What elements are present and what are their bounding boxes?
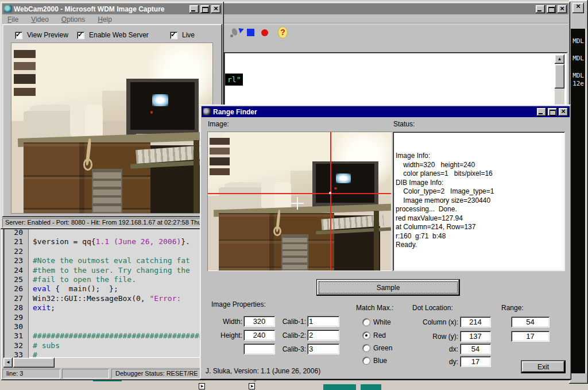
code-text: exit;	[29, 303, 55, 312]
menu-file[interactable]: File	[7, 16, 18, 24]
status-box: Image Info: width=320 height=240 color p…	[393, 132, 565, 271]
close-button[interactable]	[558, 5, 567, 13]
title-bar[interactable]: WebCam2000 - Microsoft WDM Image Capture	[2, 3, 222, 14]
desktop: ➤ ✓ ➤ MDL MDL MDL 12e ?	[0, 0, 588, 390]
maximize-button[interactable]	[200, 5, 210, 13]
extra-field[interactable]	[243, 343, 275, 354]
status-line: at Column=214, Row=137	[396, 223, 564, 232]
checkbox-box[interactable]	[77, 32, 84, 39]
column-x-field[interactable]	[460, 316, 491, 327]
stop-icon[interactable]	[247, 29, 254, 36]
radio-green[interactable]	[363, 345, 370, 352]
checkbox-box[interactable]	[15, 32, 22, 39]
radio-green-label[interactable]: Green	[373, 344, 392, 352]
line-number: 31	[5, 331, 29, 341]
status-line: color planes=1 bits/pixel=16	[396, 169, 564, 179]
window-title: Range Finder	[213, 108, 535, 116]
server-status-bar: Server: Enabled - Port: 8080 - Hit: From…	[2, 218, 222, 227]
calib2-label: Calib-2:	[272, 331, 306, 339]
range-field-1[interactable]	[511, 316, 550, 327]
checkbox-live[interactable]: Live	[170, 31, 195, 39]
image-properties-label: Image Properties:	[211, 300, 266, 308]
range-field-2[interactable]	[511, 331, 550, 342]
radio-red[interactable]	[363, 332, 370, 339]
menu-options[interactable]: Options	[61, 16, 85, 24]
line-number: 27	[5, 294, 29, 303]
console-line: MDL	[571, 55, 585, 63]
dy-field[interactable]	[460, 356, 491, 367]
line-number: 21	[5, 237, 29, 246]
credit-label: J. Sluka, Version: 1.1 (June 26, 2006)	[206, 367, 320, 375]
height-field[interactable]	[243, 330, 275, 341]
minimize-button[interactable]	[536, 5, 545, 13]
sample-button[interactable]: Sample	[316, 279, 460, 296]
line-number: 25	[5, 275, 29, 284]
width-field[interactable]	[243, 316, 275, 327]
status-line: Color_type=2 Image_type=1	[396, 187, 564, 196]
record-icon[interactable]	[261, 29, 268, 36]
range-image-frame	[207, 132, 392, 271]
title-bar[interactable]: Range Finder	[202, 106, 570, 117]
row-y-field[interactable]	[460, 331, 491, 342]
client-panel: View Preview Enable Web Server Live	[2, 24, 222, 217]
maximize-button[interactable]	[548, 108, 557, 116]
exit-button[interactable]: Exit	[521, 360, 566, 373]
menu-video[interactable]: Video	[31, 16, 48, 24]
radio-white[interactable]	[363, 319, 370, 326]
close-button[interactable]	[559, 108, 568, 116]
scrollbar-thumb[interactable]	[13, 358, 55, 368]
checkbox-enable-web-server[interactable]: Enable Web Server	[77, 31, 149, 39]
crosshair-horizontal	[208, 193, 391, 194]
dx-field[interactable]	[460, 343, 491, 354]
status-line: r:160 g:71 b:48	[396, 232, 564, 241]
code-text: Win32::GUI::MessageBox(0, "Error:	[29, 294, 185, 303]
status-line: Image memory size=230440	[396, 196, 564, 206]
range-image[interactable]	[208, 132, 391, 271]
dx-label: dx:	[401, 345, 458, 353]
menu-help[interactable]: Help	[98, 16, 112, 24]
checkbox-view-preview[interactable]: View Preview	[15, 31, 68, 39]
radio-red-label[interactable]: Red	[373, 331, 386, 339]
desktop-icon-label[interactable]	[323, 384, 356, 390]
status-line: red maxValue=127.94	[396, 214, 564, 223]
checkbox-label: Live	[182, 31, 195, 39]
shortcut-arrow-icon: ➤	[199, 383, 205, 389]
scroll-up-button[interactable]: ▲	[555, 55, 564, 64]
range-finder-window: Range Finder Image: Status:	[200, 105, 571, 380]
close-button[interactable]	[211, 5, 220, 13]
scroll-left-button[interactable]: ◄	[3, 358, 13, 368]
code-text: $version = qq{1.1 (June 26, 2006)}.	[29, 237, 190, 246]
code-text: eval { main(); };	[29, 284, 118, 294]
cursor-cross-icon	[291, 203, 304, 204]
status-line: Image Info:	[396, 152, 564, 161]
code-text	[29, 322, 33, 331]
close-button[interactable]	[572, 3, 584, 13]
minimize-button[interactable]	[189, 5, 199, 13]
status-line: Ready.	[396, 241, 564, 250]
shortcut-arrow-icon: ➤	[249, 383, 255, 389]
line-number: 24	[5, 266, 29, 275]
help-icon[interactable]: ?	[278, 26, 288, 38]
calib2-field[interactable]	[307, 330, 339, 341]
code-text: ########################################…	[29, 331, 217, 341]
maximize-button[interactable]	[547, 5, 556, 13]
calib3-field[interactable]	[307, 343, 339, 354]
line-number: 26	[5, 284, 29, 294]
code-text: #Note the outmost eval catching fat	[29, 256, 190, 265]
code-text: #	[29, 350, 37, 358]
radio-blue[interactable]	[363, 357, 370, 364]
checkbox-box[interactable]	[170, 32, 177, 39]
checkbox-label: Enable Web Server	[89, 31, 149, 39]
calib1-field[interactable]	[307, 316, 339, 327]
step-icon[interactable]	[230, 26, 243, 40]
window-title: WebCam2000 - Microsoft WDM Image Capture	[14, 5, 188, 13]
range-finder-icon	[203, 108, 211, 115]
scrollbar-thumb[interactable]	[555, 64, 564, 88]
width-label: Width:	[208, 318, 242, 326]
minimize-button[interactable]	[537, 108, 546, 116]
desktop-icon-label[interactable]	[361, 384, 381, 390]
line-number: 28	[5, 303, 29, 312]
radio-blue-label[interactable]: Blue	[373, 357, 387, 365]
radio-white-label[interactable]: White	[373, 318, 391, 326]
scrollbar[interactable]	[585, 29, 587, 373]
